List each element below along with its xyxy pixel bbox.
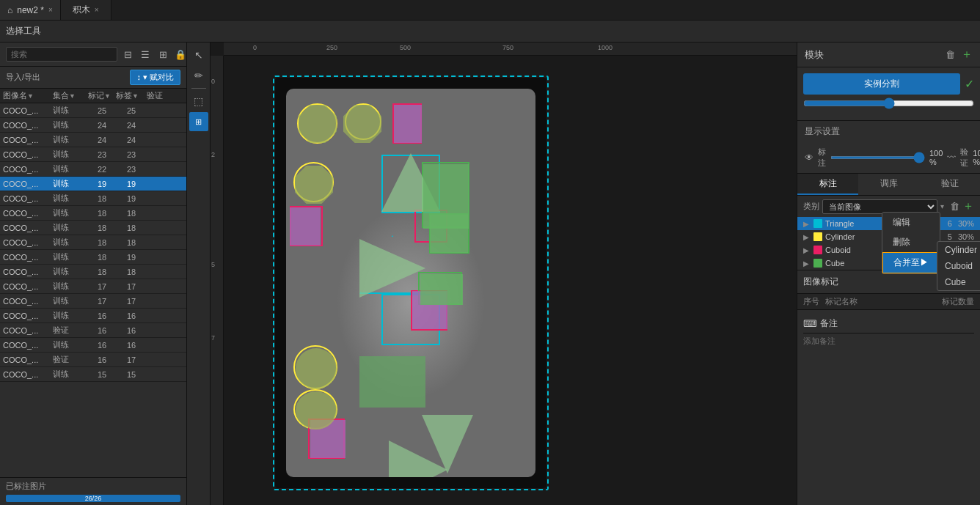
progress-bar-fill: 26/26 (6, 495, 180, 502)
td-label: 17 (116, 297, 147, 306)
grid-icon[interactable]: ⊞ (156, 47, 170, 62)
segmentation-slider[interactable] (803, 97, 974, 109)
tab-library[interactable]: 调库 (858, 174, 919, 195)
image-annotation-title: 图像标记 (803, 276, 947, 288)
table-row[interactable]: COCO_... 训练 18 18 (0, 235, 186, 250)
table-row[interactable]: COCO_... 训练 17 17 (0, 294, 186, 309)
td-name: COCO_... (3, 224, 53, 232)
cat-color-cuboid (813, 246, 822, 254)
check-btn[interactable]: ✓ (965, 77, 974, 91)
visibility-icon[interactable]: 👁 (805, 152, 813, 163)
td-mark: 18 (88, 238, 116, 247)
ruler-h-250: 250 (326, 44, 337, 51)
context-menu-edit[interactable]: 编辑 (882, 213, 940, 232)
table-row[interactable]: COCO_... 训练 18 19 (0, 191, 186, 206)
notes-input[interactable] (803, 333, 974, 348)
canvas-viewport[interactable] (224, 56, 797, 505)
table-row[interactable]: COCO_... 训练 19 19 (0, 177, 186, 191)
tool-cursor[interactable]: ↖ (189, 45, 208, 64)
context-menu-merge[interactable]: 合并至▶ (882, 252, 940, 273)
table-row[interactable]: COCO_... 训练 18 18 (0, 265, 186, 279)
td-name: COCO_... (3, 253, 53, 262)
tool-select-rect[interactable]: ⬚ (189, 92, 208, 111)
th-name[interactable]: 图像名 ▼ (3, 90, 53, 101)
canvas-area: 0 250 500 750 1000 0 2 5 7 (211, 43, 797, 505)
lock-icon[interactable]: 🔒 (173, 47, 188, 62)
table-row[interactable]: COCO_... 训练 24 24 (0, 133, 186, 147)
label-opacity-slider[interactable] (830, 156, 925, 159)
tab-annotation[interactable]: 标注 (797, 174, 858, 195)
table-row[interactable]: COCO_... 验证 16 16 (0, 323, 186, 338)
td-set: 训练 (53, 266, 88, 277)
td-name: COCO_... (3, 355, 53, 364)
table-row[interactable]: COCO_... 训练 23 23 (0, 147, 186, 162)
table-footer: 已标注图片 26/26 (0, 477, 186, 505)
table-row[interactable]: COCO_... 训练 22 23 (0, 162, 186, 177)
td-set: 训练 (53, 207, 88, 218)
td-mark: 18 (88, 224, 116, 232)
merge-item-cuboid[interactable]: Cuboid (937, 258, 980, 274)
tab-new2[interactable]: ⌂ new2 * × (0, 0, 61, 20)
td-name: COCO_... (3, 106, 53, 115)
category-delete-icon[interactable]: 🗑 (950, 201, 959, 212)
td-mark: 17 (88, 297, 116, 306)
title-bar: ⌂ new2 * × 积木 × (0, 0, 980, 21)
table-row[interactable]: COCO_... 验证 16 17 (0, 353, 186, 367)
td-name: COCO_... (3, 326, 53, 335)
cat-count-cylinder: 5 (948, 232, 952, 241)
canvas-bg (275, 78, 546, 488)
wave-icon[interactable]: 〰 (947, 152, 956, 163)
filter-icon[interactable]: ⊟ (120, 47, 135, 62)
tab-verify[interactable]: 验证 (919, 174, 980, 195)
tool-annotation[interactable]: ⊞ (189, 112, 208, 131)
th-label[interactable]: 标签 ▼ (116, 90, 147, 101)
td-set: 训练 (53, 149, 88, 160)
toolbar-label: 选择工具 (6, 25, 41, 37)
canvas-content-area: 0 2 5 7 (211, 56, 797, 505)
cat-expand-cylinder[interactable]: ▶ (803, 233, 811, 241)
td-name: COCO_... (3, 297, 53, 306)
table-row[interactable]: COCO_... 训练 18 18 (0, 206, 186, 221)
table-row[interactable]: COCO_... 训练 15 15 (0, 367, 186, 382)
th-verify[interactable]: 验证 (147, 90, 176, 101)
category-dropdown-arrow: ▾ (940, 202, 944, 210)
img-annot-col-name: 标记名称 (825, 296, 937, 307)
category-add-icon[interactable]: ＋ (962, 199, 974, 214)
segmentation-btn[interactable]: 实例分割 (803, 73, 960, 95)
tool-pen[interactable]: ✏ (189, 66, 208, 85)
ruler-h-750: 750 (502, 44, 513, 51)
td-name: COCO_... (3, 165, 53, 174)
th-set[interactable]: 集合 ▼ (53, 90, 88, 101)
table-row[interactable]: COCO_... 训练 17 17 (0, 279, 186, 294)
table-row[interactable]: COCO_... 训练 25 25 (0, 103, 186, 118)
merge-item-cylinder[interactable]: Cylinder (937, 242, 980, 258)
cat-expand-cuboid[interactable]: ▶ (803, 246, 811, 254)
td-mark: 18 (88, 253, 116, 262)
module-add-icon[interactable]: ＋ (961, 47, 973, 62)
module-delete-icon[interactable]: 🗑 (946, 49, 955, 60)
table-row[interactable]: COCO_... 训练 16 16 (0, 338, 186, 353)
sort-arrow-name: ▼ (27, 92, 34, 100)
notes-title: 备注 (820, 317, 838, 330)
th-mark[interactable]: 标记 ▼ (88, 90, 116, 101)
cat-expand-cube[interactable]: ▶ (803, 259, 811, 268)
tab-new2-close[interactable]: × (48, 6, 53, 14)
tab-jumu-close[interactable]: × (95, 6, 99, 14)
annotation-tabs: 标注 调库 验证 (797, 174, 980, 196)
table-row[interactable]: COCO_... 训练 18 19 (0, 250, 186, 265)
merge-item-cube[interactable]: Cube (937, 274, 980, 290)
sort-btn[interactable]: ↕ ▾ 赋对比 (130, 70, 180, 85)
obj-cuboid-2 (290, 207, 321, 246)
label-opacity-label: 标注 (818, 147, 826, 169)
tab-jumu[interactable]: 积木 × (61, 0, 111, 20)
table-row[interactable]: COCO_... 训练 16 16 (0, 309, 186, 323)
table-row[interactable]: COCO_... 训练 24 24 (0, 118, 186, 133)
table-row[interactable]: COCO_... 训练 18 18 (0, 221, 186, 235)
search-input[interactable] (6, 47, 117, 62)
cat-expand-triangle[interactable]: ▶ (803, 220, 811, 228)
sort-arrow-set: ▼ (69, 92, 76, 100)
context-menu-delete[interactable]: 删除 (882, 232, 940, 252)
tab-jumu-label: 积木 (73, 4, 90, 16)
td-label: 16 (116, 341, 147, 350)
list-icon[interactable]: ☰ (138, 47, 153, 62)
